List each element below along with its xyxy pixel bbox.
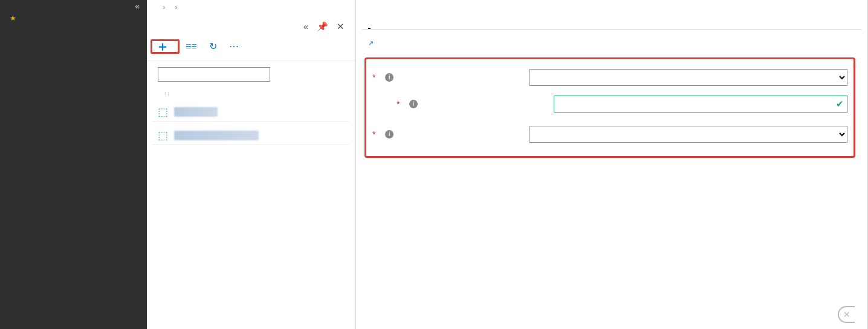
required-marker: * <box>372 129 375 139</box>
list-item[interactable]: ⬚ <box>153 103 349 122</box>
list-item-name-blurred <box>174 107 218 117</box>
list-item-name-blurred <box>174 131 259 140</box>
create-resource-group-blade: ↗ * i * i <box>356 0 868 329</box>
sidebar-collapse-button[interactable]: « <box>0 0 147 12</box>
filter-input[interactable] <box>158 67 270 82</box>
add-button[interactable]: ＋ <box>151 39 180 54</box>
resource-groups-blade: › › « 📌 ✕ ＋ ≡≡ ↻ ⋯ <box>147 0 356 329</box>
form-panel: * i * i ✔ <box>364 57 855 158</box>
plus-icon: ＋ <box>156 42 169 51</box>
resource-group-icon: ⬚ <box>158 129 168 142</box>
watermark-logo-icon: ✕ <box>838 306 855 323</box>
info-icon[interactable]: i <box>385 130 394 138</box>
breadcrumb-sep-icon: › <box>175 2 177 11</box>
left-sidebar: « ★ <box>0 0 147 329</box>
description-text: ↗ <box>362 30 861 53</box>
sort-icon: ↑↓ <box>164 90 170 97</box>
chevron-left-icon: « <box>135 1 140 11</box>
close-icon[interactable]: ✕ <box>337 21 345 32</box>
list-header[interactable]: ↑↓ <box>147 86 355 100</box>
tab-basic[interactable] <box>368 21 371 29</box>
minimize-blade-icon[interactable]: « <box>303 21 308 32</box>
breadcrumb: › › <box>147 0 355 14</box>
resource-group-name-input[interactable] <box>554 96 847 112</box>
tab-review-create[interactable] <box>402 21 404 29</box>
edit-columns-button[interactable]: ≡≡ <box>182 39 203 54</box>
ellipsis-icon: ⋯ <box>229 41 239 52</box>
learn-more-link[interactable]: ↗ <box>368 38 374 47</box>
required-marker: * <box>397 99 400 109</box>
refresh-button[interactable]: ↻ <box>206 38 223 54</box>
required-marker: * <box>372 73 375 82</box>
region-select[interactable] <box>530 126 847 143</box>
resource-group-icon: ⬚ <box>158 105 168 119</box>
breadcrumb-sep-icon: › <box>163 2 165 11</box>
watermark: ✕ <box>833 304 863 325</box>
list-item[interactable]: ⬚ <box>153 126 349 145</box>
pin-icon[interactable]: 📌 <box>317 21 328 32</box>
info-icon[interactable]: i <box>385 73 394 82</box>
more-button[interactable]: ⋯ <box>225 38 245 54</box>
subscription-select[interactable] <box>530 69 847 86</box>
toolbar: ＋ ≡≡ ↻ ⋯ <box>147 33 355 61</box>
refresh-icon: ↻ <box>209 41 217 52</box>
star-icon: ★ <box>10 14 16 22</box>
info-icon[interactable]: i <box>409 100 418 108</box>
columns-icon: ≡≡ <box>186 41 197 52</box>
tab-tags[interactable] <box>385 21 387 29</box>
validation-check-icon: ✔ <box>836 99 844 109</box>
sidebar-favorites-header: ★ <box>0 12 147 22</box>
external-link-icon: ↗ <box>368 39 374 47</box>
tabs <box>362 15 861 30</box>
